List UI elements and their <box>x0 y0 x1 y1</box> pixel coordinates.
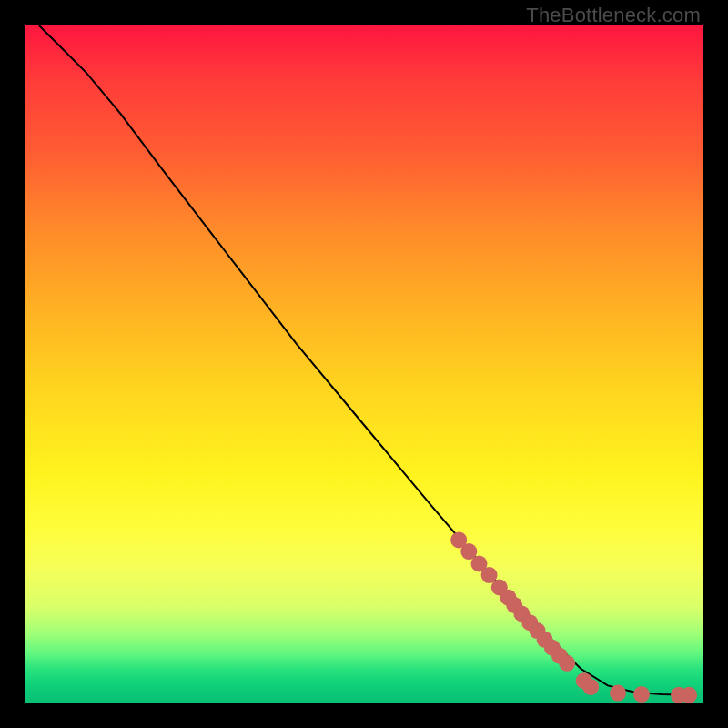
data-dot <box>559 655 575 672</box>
chart-overlay <box>0 0 728 728</box>
data-dot <box>582 679 599 695</box>
bottleneck-curve <box>39 25 689 695</box>
data-dot <box>681 687 697 703</box>
data-dot <box>610 685 626 702</box>
data-dot <box>633 686 650 703</box>
chart-frame: TheBottleneck.com <box>0 0 728 728</box>
